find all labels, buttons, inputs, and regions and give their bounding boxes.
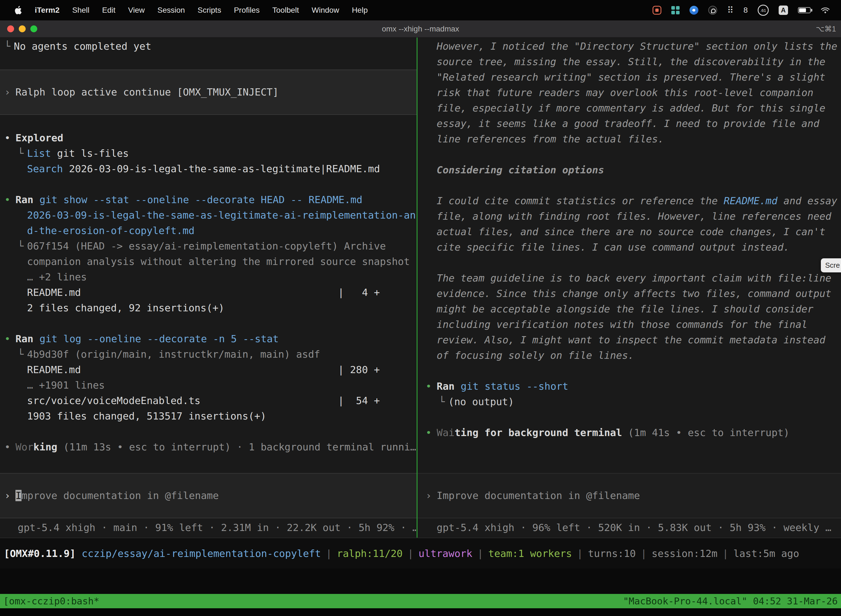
commit-line: 067f154 (HEAD -> essay/ai-reimplementati… [27,238,417,269]
minimize-button[interactable] [19,25,26,32]
omx-ralph-count: ralph:11/20 [337,548,403,559]
tree-glyph: └ [18,347,27,362]
thinking-paragraph-1: However, I noticed the "Directory Struct… [437,39,838,147]
diffstat-summary: 1903 files changed, 513517 insertions(+) [27,408,266,424]
menu-item-view[interactable]: View [128,6,145,15]
zoom-button[interactable] [30,25,37,32]
screen: iTerm2 Shell Edit View Session Scripts P… [0,0,841,616]
menu-bar: iTerm2 Shell Edit View Session Scripts P… [0,0,841,21]
tree-glyph: └ [18,238,27,254]
menu-item-help[interactable]: Help [352,6,368,15]
command-output: (no output) [448,394,514,409]
window-title: omx --xhigh --madmax [0,25,841,34]
omx-status-bar: [OMX#0.11.9] cczip/essay/ai-reimplementa… [0,538,841,569]
prompt-input-right[interactable]: › Improve documentation in @filename [418,473,841,518]
ralph-inject-box: › Ralph loop active continue [OMX_TMUX_I… [0,70,417,115]
bullet: • [426,425,437,440]
screen-recording-indicator-icon[interactable] [652,6,661,15]
thinking-paragraph-2: I could cite commit statistics or refere… [437,193,838,255]
omx-team: team:1 workers [488,548,572,559]
prompt-chevron: › [426,488,437,503]
omx-version: [OMX#0.11.9] [4,548,82,559]
menu-item-toolbelt[interactable]: Toolbelt [273,6,299,15]
window-shortcut-hint: ⌥⌘1 [816,25,841,34]
menu-left: iTerm2 Shell Edit View Session Scripts P… [14,6,368,15]
spacer [4,455,417,473]
tree-glyph: └ [18,146,27,161]
prompt-text: Improve documentation in @filename [15,488,219,503]
ran-git-log-block: • Rangit log --oneline --decorate -n 5 -… [4,331,417,424]
apple-menu-icon[interactable] [14,6,22,15]
menu-item-profiles[interactable]: Profiles [234,6,259,15]
agents-text: No agents completed yet [14,39,151,54]
agents-line: └ No agents completed yet [4,39,417,54]
screen-edge-tab[interactable]: Scre [821,258,841,273]
battery-icon[interactable] [798,7,811,13]
omx-last-activity: last:5m ago [733,548,799,559]
diffstat-file: README.md | 4 + [27,285,380,300]
menu-item-shell[interactable]: Shell [72,6,89,15]
separator: | [472,548,488,559]
ran-git-status-block: • Rangit status --short └ (no output) [426,378,838,409]
terminal-pane-right: However, I noticed the "Directory Struct… [418,38,841,538]
menu-item-edit[interactable]: Edit [102,6,115,15]
prompt-text: Improve documentation in @filename [437,488,640,503]
ran-command-line: Rangit status --short [437,378,568,394]
omx-mode: ultrawork [419,548,472,559]
diffstat-file: src/voice/voiceModeEnabled.ts | 54 + [27,393,380,408]
more-lines: … +1901 lines [27,378,105,393]
diffstat-summary: 2 files changed, 92 insertions(+) [27,300,224,316]
ran-command-line: Rangit log --oneline --decorate -n 5 --s… [15,331,279,347]
tmux-host-clock: "MacBook-Pro-44.local" 04:52 31-Mar-26 [623,595,838,607]
separator: | [321,548,337,559]
working-text: Working (11m 13s • esc to interrupt) · 1… [15,439,416,455]
menu-status-icons: 8 .61 A [652,5,830,16]
thinking-paragraph-3: The team guideline is to back every impo… [437,270,838,363]
session-status-right: gpt-5.4 xhigh · 96% left · 520K in · 5.8… [437,520,838,535]
menu-item-iterm2[interactable]: iTerm2 [35,6,60,15]
terminal-pane-left: └ No agents completed yet › Ralph loop a… [0,38,417,538]
text-cursor: I [15,490,22,501]
separator: | [403,548,419,559]
close-button[interactable] [7,25,14,32]
inject-text: Ralph loop active continue [OMX_TMUX_INJ… [15,84,279,100]
input-source-icon[interactable]: A [779,6,788,15]
tree-glyph: └ [4,39,14,54]
prompt-chevron: › [4,84,15,100]
thinking-heading: Considering citation options [437,162,838,178]
prompt-chevron: › [4,488,15,503]
apps-grid-icon[interactable] [727,6,733,15]
browser-compass-icon[interactable] [690,6,698,15]
bullet: • [4,192,15,208]
readme-link: README.md [724,195,778,207]
menu-item-scripts[interactable]: Scripts [198,6,221,15]
explored-search-line: Search2026-03-09-is-legal-the-same-as-le… [27,161,380,177]
essay-filename: 2026-03-09-is-legal-the-same-as-legitima… [27,208,417,238]
tmux-status-bar: [omx-cczip0:bash* "MacBook-Pro-44.local"… [0,594,841,608]
window-title-bar: omx --xhigh --madmax ⌥⌘1 [0,21,841,38]
wifi-icon[interactable] [820,7,830,14]
menu-item-window[interactable]: Window [312,6,339,15]
bottom-gap [0,608,841,616]
separator: | [572,548,588,559]
waiting-status-line: • Waiting for background terminal (1m 41… [426,425,838,440]
omx-branch: cczip/essay/ai-reimplementation-copyleft [82,548,321,559]
separator: | [636,548,652,559]
terminal-panes: └ No agents completed yet › Ralph loop a… [0,38,841,538]
display-grid-icon[interactable] [671,6,680,14]
ran-git-show-block: • Rangit show --stat --oneline --decorat… [4,192,417,316]
percent-badge-icon[interactable]: .61 [757,5,769,16]
bullet: • [4,331,15,347]
explored-list-line: Listgit ls-files [27,146,129,161]
menu-item-session[interactable]: Session [157,6,185,15]
more-lines: … +2 lines [27,269,87,285]
explored-title: Explored [15,130,63,146]
waiting-text: Waiting for background terminal (1m 41s … [437,425,790,440]
omx-session-time: session:12m [652,548,717,559]
prompt-input-left[interactable]: › Improve documentation in @filename [0,473,417,518]
keypad-icon[interactable]: 8 [743,6,748,15]
dark-app-icon[interactable] [708,6,717,15]
working-status-line: • Working (11m 13s • esc to interrupt) ·… [4,439,417,455]
traffic-lights [7,25,37,32]
bullet: • [4,130,15,146]
